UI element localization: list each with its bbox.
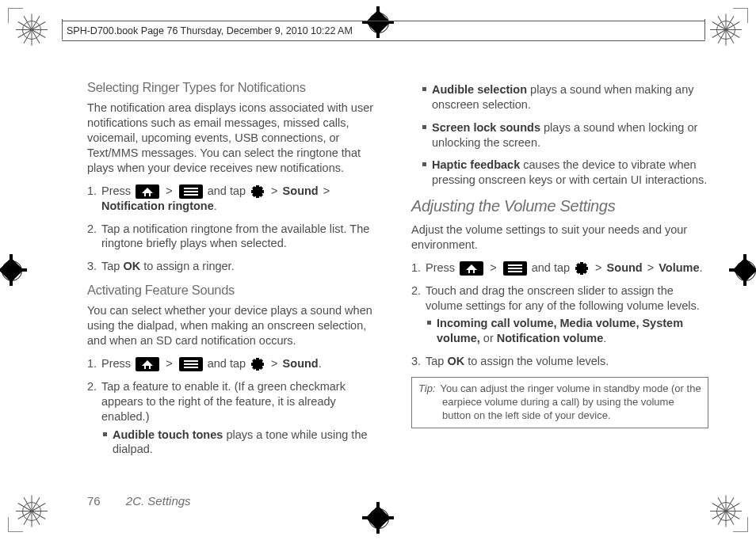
menu-icon bbox=[179, 184, 203, 199]
registration-mark bbox=[712, 16, 739, 43]
registration-mark bbox=[17, 497, 44, 524]
registration-mark bbox=[17, 16, 44, 43]
label-haptic-feedback: Haptic feedback bbox=[432, 158, 520, 171]
tip-text: You can adjust the ringer volume in stan… bbox=[441, 382, 701, 421]
step-text: Touch and drag the onscreen slider to as… bbox=[426, 284, 700, 312]
step-text: and tap bbox=[208, 184, 249, 197]
step-text: Tap a notification ringtone from the ava… bbox=[101, 222, 369, 250]
label-notification-ringtone: Notification ringtone bbox=[101, 200, 214, 212]
column-right: Audible selection plays a sound when mak… bbox=[411, 79, 708, 485]
step-number: 1. bbox=[411, 260, 421, 276]
step-number: 3. bbox=[411, 354, 421, 369]
step-text: Press bbox=[101, 357, 134, 370]
step-number: 2. bbox=[411, 283, 421, 299]
home-icon bbox=[136, 357, 159, 371]
cross-mark bbox=[729, 254, 756, 286]
bullet-list: Audible touch tones plays a tone while u… bbox=[101, 428, 384, 458]
step-item: 1. Press > and tap > Sound. bbox=[101, 356, 384, 371]
document-header-text: SPH-D700.book Page 76 Thursday, December… bbox=[67, 25, 353, 37]
paragraph: Adjust the volume settings to suit your … bbox=[411, 222, 708, 253]
step-item: 2. Touch and drag the onscreen slider to… bbox=[426, 283, 708, 346]
steps-list: 1. Press > and tap > Sound > Volume. 2. … bbox=[411, 260, 708, 369]
bullet-item: Audible touch tones plays a tone while u… bbox=[113, 428, 384, 458]
chevron-text: > bbox=[595, 261, 601, 274]
step-number: 3. bbox=[87, 259, 97, 274]
label-ok: OK bbox=[447, 355, 464, 367]
step-item: 3. Tap OK to assign a ringer. bbox=[101, 259, 384, 274]
step-item: 1. Press > and tap > Sound > Volume. bbox=[426, 260, 708, 276]
label-volume: Volume bbox=[659, 261, 699, 274]
label-screen-lock-sounds: Screen lock sounds bbox=[432, 121, 540, 134]
step-text: Press bbox=[101, 184, 134, 197]
label-audible-touch-tones: Audible touch tones bbox=[113, 428, 223, 441]
bullet-text: or bbox=[480, 332, 497, 344]
step-number: 1. bbox=[87, 356, 97, 371]
registration-mark bbox=[712, 497, 739, 524]
gear-icon bbox=[250, 184, 265, 199]
step-text: Tap bbox=[101, 260, 123, 272]
label-notification-volume: Notification volume bbox=[497, 332, 604, 344]
heading-feature-sounds: Activating Feature Sounds bbox=[87, 282, 384, 299]
column-left: Selecting Ringer Types for Notifications… bbox=[87, 79, 384, 485]
step-item: 2. Tap a notification ringtone from the … bbox=[101, 222, 384, 252]
home-icon bbox=[136, 184, 159, 199]
label-sound: Sound bbox=[283, 184, 319, 197]
bullet-item: Haptic feedback causes the device to vib… bbox=[432, 158, 708, 188]
tip-box: Tip:You can adjust the ringer volume in … bbox=[411, 377, 708, 428]
step-text: and tap bbox=[532, 261, 573, 274]
chevron-text: > bbox=[323, 184, 330, 197]
step-item: 3. Tap OK to assign the volume levels. bbox=[426, 354, 708, 369]
step-item: 2. Tap a feature to enable it. (If a gre… bbox=[101, 379, 384, 457]
bullet-list: Audible selection plays a sound when mak… bbox=[411, 82, 708, 188]
step-text: Press bbox=[426, 261, 458, 274]
bullet-item: Audible selection plays a sound when mak… bbox=[432, 82, 708, 112]
label-sound: Sound bbox=[283, 357, 319, 370]
cross-mark bbox=[362, 502, 394, 534]
gear-icon bbox=[575, 261, 589, 276]
menu-icon bbox=[179, 357, 203, 371]
steps-list: 1. Press > and tap > Sound. 2. Tap a fea… bbox=[87, 356, 384, 457]
step-text: to assign the volume levels. bbox=[464, 355, 609, 367]
tip-label: Tip: bbox=[418, 382, 436, 394]
step-text: and tap bbox=[208, 357, 249, 370]
label-audible-selection: Audible selection bbox=[432, 83, 527, 96]
home-icon bbox=[460, 261, 483, 276]
page-number: 76 bbox=[87, 494, 101, 508]
bullet-item: Incoming call volume, Media volume, Syst… bbox=[437, 316, 708, 346]
document-header: SPH-D700.book Page 76 Thursday, December… bbox=[62, 21, 705, 41]
steps-list: 1. Press > and tap > Sound > Notificatio… bbox=[87, 184, 384, 274]
gear-icon bbox=[250, 357, 265, 371]
chevron-text: > bbox=[271, 357, 277, 370]
chevron-text: > bbox=[166, 184, 172, 197]
section-label: 2C. Settings bbox=[126, 494, 191, 508]
step-item: 1. Press > and tap > Sound > Notificatio… bbox=[101, 184, 384, 214]
label-ok: OK bbox=[123, 260, 140, 272]
step-number: 1. bbox=[87, 184, 97, 199]
heading-ringer-types: Selecting Ringer Types for Notifications bbox=[87, 79, 384, 96]
label-sound: Sound bbox=[607, 261, 643, 274]
step-number: 2. bbox=[87, 379, 97, 394]
paragraph: The notification area displays icons ass… bbox=[87, 101, 384, 175]
cross-mark bbox=[0, 254, 27, 286]
chevron-text: > bbox=[490, 261, 496, 274]
step-text: to assign a ringer. bbox=[140, 260, 235, 272]
bullet-item: Screen lock sounds plays a sound when lo… bbox=[432, 120, 708, 150]
heading-volume-settings: Adjusting the Volume Settings bbox=[411, 196, 708, 216]
bullet-list: Incoming call volume, Media volume, Syst… bbox=[426, 316, 708, 346]
step-text: Tap a feature to enable it. (If a green … bbox=[101, 380, 346, 423]
page-footer: 76 2C. Settings bbox=[87, 493, 191, 509]
chevron-text: > bbox=[647, 261, 654, 274]
menu-icon bbox=[503, 261, 527, 276]
step-number: 2. bbox=[87, 222, 97, 237]
step-text: Tap bbox=[426, 355, 447, 367]
chevron-text: > bbox=[166, 357, 172, 370]
chevron-text: > bbox=[271, 184, 277, 197]
page-content: Selecting Ringer Types for Notifications… bbox=[87, 79, 708, 485]
paragraph: You can select whether your device plays… bbox=[87, 303, 384, 348]
